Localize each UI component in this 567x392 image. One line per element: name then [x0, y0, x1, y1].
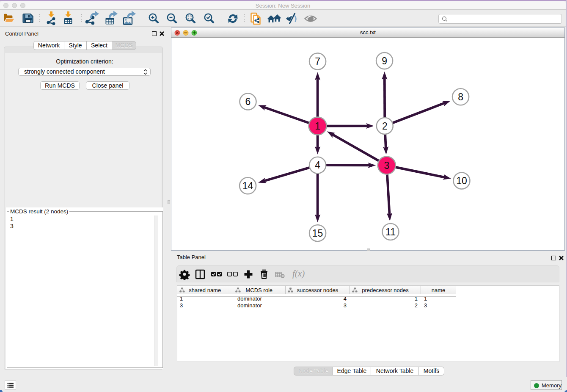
- svg-text:8: 8: [458, 91, 463, 102]
- svg-text:11: 11: [385, 226, 396, 237]
- svg-text:10: 10: [456, 175, 467, 186]
- svg-text:15: 15: [312, 228, 323, 239]
- svg-text:6: 6: [245, 96, 251, 107]
- svg-text:2: 2: [382, 121, 388, 132]
- svg-text:1: 1: [315, 121, 320, 132]
- svg-text:4: 4: [315, 160, 320, 171]
- svg-text:3: 3: [384, 160, 389, 171]
- svg-text:7: 7: [315, 56, 320, 67]
- svg-text:14: 14: [242, 180, 253, 191]
- svg-text:9: 9: [382, 55, 387, 66]
